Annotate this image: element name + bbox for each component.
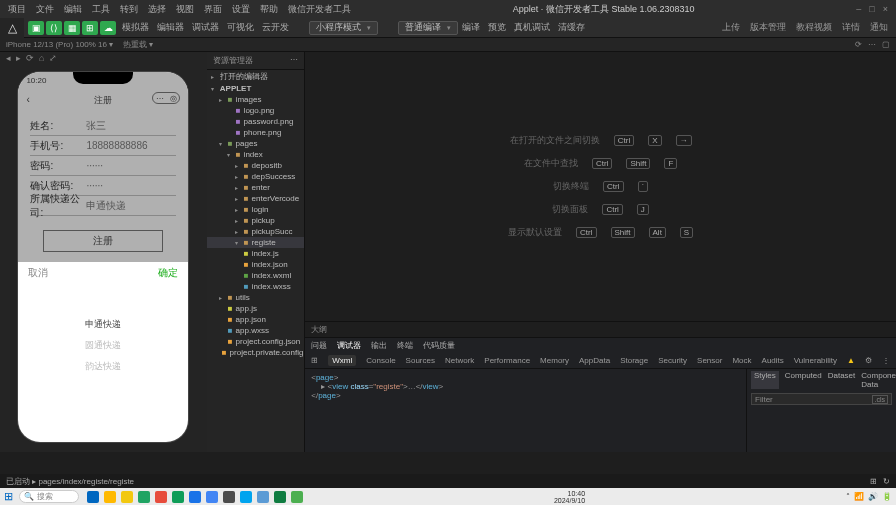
menu-帮助[interactable]: 帮助 [260, 3, 278, 16]
file-node[interactable]: ▾■index [207, 149, 304, 160]
status-icon[interactable]: ⊞ [870, 477, 877, 486]
right-通知[interactable]: 通知 [870, 21, 888, 34]
taskbar-clock[interactable]: 10:402024/9/10 [554, 490, 589, 504]
styles-tab[interactable]: Computed [785, 371, 822, 389]
simtool-icon[interactable]: ◂ [6, 53, 11, 63]
picker-option[interactable]: 韵达快递 [18, 356, 188, 377]
file-node[interactable]: ■phone.png [207, 127, 304, 138]
taskbar-app-icon[interactable] [172, 491, 184, 503]
file-node[interactable]: ■index.json [207, 259, 304, 270]
file-node[interactable]: ▸■depositb [207, 160, 304, 171]
tray-chevron-icon[interactable]: ˄ [846, 492, 850, 501]
right-详情[interactable]: 详情 [842, 21, 860, 34]
file-node[interactable]: ■index.js [207, 248, 304, 259]
menu-编辑[interactable]: 编辑 [64, 3, 82, 16]
more-icon[interactable]: ⋯ [868, 40, 876, 49]
cloud-toggle-button[interactable]: ☁ [100, 21, 116, 35]
devtool-tab[interactable]: Performance [484, 356, 530, 365]
devtab[interactable]: 代码质量 [423, 340, 455, 351]
form-row[interactable]: 手机号:18888888886 [30, 136, 176, 156]
rotate-icon[interactable]: ⟳ [855, 40, 862, 49]
file-node[interactable]: ■app.json [207, 314, 304, 325]
file-node[interactable]: ■app.js [207, 303, 304, 314]
devtool-tab[interactable]: Network [445, 356, 474, 365]
file-node[interactable]: ▸■enterVercode [207, 193, 304, 204]
file-node[interactable]: ▸■utils [207, 292, 304, 303]
menu-设置[interactable]: 设置 [232, 3, 250, 16]
project-root[interactable]: ▾APPLET [207, 83, 304, 94]
taskbar-app-icon[interactable] [121, 491, 133, 503]
tray-battery-icon[interactable]: 🔋 [882, 492, 892, 501]
register-button[interactable]: 注册 [43, 230, 163, 252]
picker-cancel-button[interactable]: 取消 [28, 266, 48, 280]
back-icon[interactable]: ‹ [26, 94, 29, 105]
right-上传[interactable]: 上传 [722, 21, 740, 34]
status-icon[interactable]: ↻ [883, 477, 890, 486]
devtab[interactable]: 输出 [371, 340, 387, 351]
file-node[interactable]: ■logo.png [207, 105, 304, 116]
collapse-icon[interactable]: ▢ [882, 40, 890, 49]
menu-微信开发者工具[interactable]: 微信开发者工具 [288, 3, 351, 16]
devtool-tab[interactable]: Security [658, 356, 687, 365]
devtool-tab[interactable]: AppData [579, 356, 610, 365]
tray-volume-icon[interactable]: 🔊 [868, 492, 878, 501]
file-node[interactable]: ■password.png [207, 116, 304, 127]
devtool-tab[interactable]: Mock [732, 356, 751, 365]
wxml-tree[interactable]: <page> ▸ <view class="registe">…</view> … [305, 369, 746, 452]
sim-toggle-button[interactable]: ▣ [28, 21, 44, 35]
action-预览[interactable]: 预览 [488, 21, 506, 34]
taskbar-app-icon[interactable] [155, 491, 167, 503]
devtools-more-icon[interactable]: ⋮ [882, 356, 890, 365]
devtool-tab[interactable]: Storage [620, 356, 648, 365]
taskbar-app-icon[interactable] [223, 491, 235, 503]
tray-wifi-icon[interactable]: 📶 [854, 492, 864, 501]
devtools-settings-icon[interactable]: ⚙ [865, 356, 872, 365]
taskbar-app-icon[interactable] [291, 491, 303, 503]
file-node[interactable]: ■index.wxml [207, 270, 304, 281]
devtab[interactable]: 问题 [311, 340, 327, 351]
devtool-tab[interactable]: ⊞ [311, 356, 318, 365]
menu-文件[interactable]: 文件 [36, 3, 54, 16]
taskbar-app-icon[interactable] [189, 491, 201, 503]
open-editors-section[interactable]: ▸打开的编辑器 [207, 70, 304, 83]
picker-option[interactable]: 申通快递 [18, 314, 188, 335]
file-node[interactable]: ▾■registe [207, 237, 304, 248]
simtool-icon[interactable]: ⤢ [49, 53, 57, 63]
menu-项目[interactable]: 项目 [8, 3, 26, 16]
devtool-tab[interactable]: Sources [406, 356, 435, 365]
styles-tab[interactable]: Dataset [828, 371, 856, 389]
device-select[interactable]: iPhone 12/13 (Pro) 100% 16 ▾ [0, 40, 113, 49]
explorer-more-icon[interactable]: ⋯ [290, 55, 298, 66]
devtool-tab[interactable]: Console [366, 356, 395, 365]
file-node[interactable]: ▸■login [207, 204, 304, 215]
taskbar-app-icon[interactable] [87, 491, 99, 503]
taskbar-search-input[interactable]: 🔍搜索 [19, 490, 79, 503]
devtool-tab[interactable]: Sensor [697, 356, 722, 365]
debugger-toggle-button[interactable]: ▦ [64, 21, 80, 35]
right-教程视频[interactable]: 教程视频 [796, 21, 832, 34]
taskbar-app-icon[interactable] [138, 491, 150, 503]
compile-select[interactable]: 普通编译▾ [398, 21, 458, 35]
menu-转到[interactable]: 转到 [120, 3, 138, 16]
simtool-icon[interactable]: ⟳ [26, 53, 34, 63]
capsule-button[interactable]: ⋯◎ [152, 92, 180, 104]
file-node[interactable]: ▸■images [207, 94, 304, 105]
picker-confirm-button[interactable]: 确定 [158, 266, 178, 280]
file-node[interactable]: ▸■depSuccess [207, 171, 304, 182]
action-编译[interactable]: 编译 [462, 21, 480, 34]
action-真机调试[interactable]: 真机调试 [514, 21, 550, 34]
file-node[interactable]: ▸■enter [207, 182, 304, 193]
devtool-tab[interactable]: Audits [762, 356, 784, 365]
taskbar-app-icon[interactable] [240, 491, 252, 503]
menu-选择[interactable]: 选择 [148, 3, 166, 16]
file-node[interactable]: ▸■pickupSucc [207, 226, 304, 237]
right-版本管理[interactable]: 版本管理 [750, 21, 786, 34]
styles-filter-input[interactable]: Filter.cls [751, 393, 892, 405]
form-row[interactable]: 姓名:张三 [30, 116, 176, 136]
winbtn[interactable]: □ [869, 4, 874, 14]
winbtn[interactable]: × [883, 4, 888, 14]
hotreload-select[interactable]: 热重载 ▾ [123, 39, 153, 50]
devtool-tab[interactable]: Vulnerability [794, 356, 837, 365]
action-清缓存[interactable]: 清缓存 [558, 21, 585, 34]
taskbar-app-icon[interactable] [104, 491, 116, 503]
